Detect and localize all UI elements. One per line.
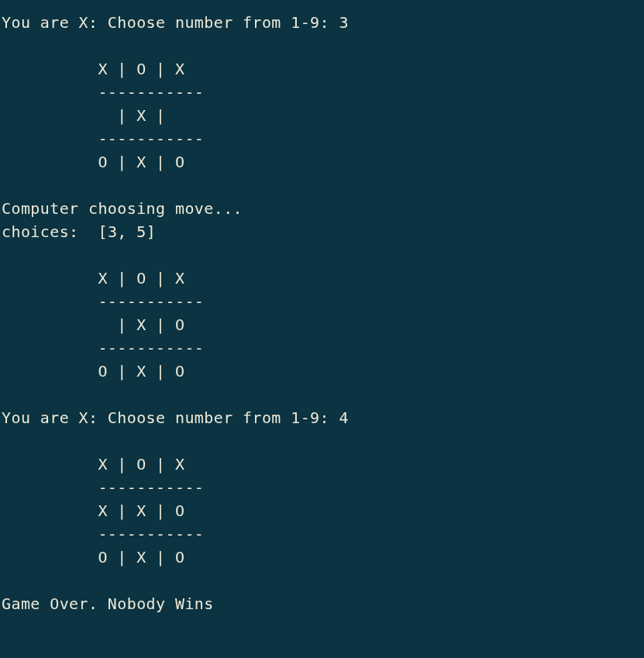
board-3-hr-2: ----------- [2,525,204,543]
user-input-2[interactable]: 4 [339,408,348,427]
terminal-output: You are X: Choose number from 1-9: 3 X |… [0,0,644,615]
board-3-hr-1: ----------- [2,478,204,497]
prompt-text-1: You are X: Choose number from 1-9: [2,13,339,32]
board-1-row-1: X | O | X [2,60,184,78]
board-3-row-3: O | X | O [2,548,184,567]
board-3-row-2: X | X | O [2,501,184,520]
game-over: Game Over. Nobody Wins [2,594,214,613]
board-2-hr-1: ----------- [2,292,204,311]
choices-line: choices: [3, 5] [2,222,156,241]
user-input-1[interactable]: 3 [339,13,348,32]
board-2-row-2: | X | O [2,315,184,334]
line-prompt-1: You are X: Choose number from 1-9: 3 [2,13,349,32]
board-1-hr-1: ----------- [2,83,204,102]
board-1-hr-2: ----------- [2,129,204,148]
board-3-row-1: X | O | X [2,455,184,474]
line-prompt-2: You are X: Choose number from 1-9: 4 [2,408,349,427]
board-2-hr-2: ----------- [2,339,204,357]
board-1-row-3: O | X | O [2,153,184,171]
choices-label: choices: [2,222,98,241]
computer-thinking: Computer choosing move... [2,199,243,218]
board-1-row-2: | X | [2,106,184,125]
prompt-text-2: You are X: Choose number from 1-9: [2,408,339,427]
choices-values: [3, 5] [98,222,156,241]
board-2-row-1: X | O | X [2,269,184,288]
board-2-row-3: O | X | O [2,362,184,381]
